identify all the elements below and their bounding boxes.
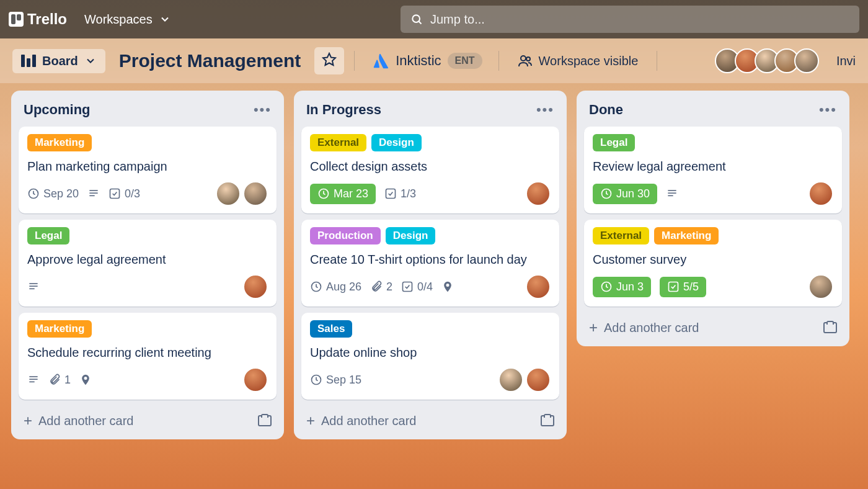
plus-icon: + [24, 412, 32, 429]
list: Done•••LegalReview legal agreementJun 30… [577, 91, 849, 346]
board-title[interactable]: Project Management [115, 50, 304, 71]
template-icon[interactable] [823, 322, 837, 333]
card[interactable]: LegalReview legal agreementJun 30 [584, 127, 842, 213]
card-labels: Marketing [27, 134, 268, 151]
card-label[interactable]: External [310, 134, 366, 151]
card-label[interactable]: Legal [27, 227, 69, 244]
list-header: Upcoming••• [19, 98, 277, 120]
avatar[interactable] [808, 181, 833, 206]
card-title: Schedule recurring client meeting [27, 344, 268, 361]
atlassian-icon [371, 52, 389, 70]
due-date-badge[interactable]: Jun 3 [593, 277, 651, 297]
card[interactable]: SalesUpdate online shopSep 15 [301, 313, 559, 400]
svg-point-0 [412, 15, 420, 22]
clock-icon [310, 280, 322, 293]
avatar[interactable] [526, 181, 551, 206]
avatar[interactable] [216, 181, 241, 206]
list-menu-button[interactable]: ••• [819, 102, 837, 118]
due-date-badge[interactable]: Aug 26 [310, 280, 361, 294]
clock-icon [310, 374, 322, 386]
svg-rect-26 [669, 282, 678, 292]
divider [657, 51, 657, 71]
attachment-badge: 2 [370, 280, 392, 294]
avatar[interactable] [498, 367, 523, 392]
location-badge [79, 374, 92, 386]
due-date-badge[interactable]: Jun 30 [593, 184, 657, 204]
card-label[interactable]: Design [371, 134, 422, 151]
card-members [808, 274, 833, 299]
add-card-button[interactable]: +Add another card [19, 406, 277, 432]
list-title[interactable]: Upcoming [24, 102, 91, 118]
checklist-icon [108, 187, 121, 200]
add-card-button[interactable]: +Add another card [301, 406, 559, 432]
card-title: Update online shop [310, 344, 551, 361]
list-title[interactable]: Done [589, 102, 623, 118]
avatar[interactable] [243, 181, 268, 206]
avatar[interactable] [243, 367, 268, 392]
board-view-icon [21, 55, 36, 67]
search-input[interactable]: Jump to... [401, 6, 859, 33]
list-header: In Progress••• [301, 98, 559, 120]
due-date-badge[interactable]: Sep 20 [27, 187, 79, 200]
card-label[interactable]: Marketing [27, 134, 92, 151]
card[interactable]: ProductionDesignCreate 10 T-shirt option… [301, 220, 559, 307]
avatar[interactable] [794, 48, 819, 73]
template-icon[interactable] [541, 415, 554, 426]
member-avatars[interactable] [720, 48, 819, 73]
invite-button[interactable]: Invi [829, 54, 856, 68]
due-date-badge[interactable]: Mar 23 [310, 184, 376, 204]
card-members [243, 367, 268, 392]
card-members [808, 181, 833, 206]
checklist-badge: 1/3 [384, 187, 416, 200]
list-title[interactable]: In Progress [306, 102, 381, 118]
description-badge [87, 187, 100, 200]
visibility-button[interactable]: Workspace visible [509, 48, 647, 73]
top-nav: Trello Workspaces Jump to... [0, 0, 868, 38]
clock-icon [600, 187, 613, 200]
card-labels: ExternalMarketing [593, 227, 833, 244]
card[interactable]: MarketingPlan marketing campaignSep 200/… [19, 127, 277, 213]
search-placeholder: Jump to... [430, 12, 485, 27]
svg-rect-19 [403, 282, 412, 292]
card-label[interactable]: Production [310, 227, 381, 244]
card-members [243, 274, 268, 299]
star-button[interactable] [314, 47, 344, 74]
add-card-button[interactable]: +Add another card [584, 313, 842, 339]
workspaces-dropdown[interactable]: Workspaces [78, 9, 177, 30]
card[interactable]: ExternalMarketingCustomer surveyJun 35/5 [584, 220, 842, 307]
people-icon [518, 53, 533, 68]
trello-logo[interactable]: Trello [9, 11, 67, 28]
card-label[interactable]: Marketing [27, 320, 92, 338]
list-menu-button[interactable]: ••• [254, 102, 272, 118]
card[interactable]: ExternalDesignCollect design assetsMar 2… [301, 127, 559, 213]
description-icon [27, 374, 40, 386]
svg-point-3 [521, 56, 526, 61]
card-label[interactable]: Sales [310, 320, 352, 338]
card-labels: ExternalDesign [310, 134, 551, 151]
list-menu-button[interactable]: ••• [536, 102, 554, 118]
card-members [526, 274, 551, 299]
card-label[interactable]: Design [386, 227, 436, 244]
card-badges: 1 [27, 367, 268, 392]
avatar[interactable] [808, 274, 833, 299]
card-title: Create 10 T-shirt options for launch day [310, 251, 551, 268]
card-label[interactable]: External [593, 227, 649, 244]
org-badge: ENT [448, 53, 482, 69]
board-view-button[interactable]: Board [12, 49, 105, 73]
avatar[interactable] [526, 367, 551, 392]
due-date-badge[interactable]: Sep 15 [310, 374, 361, 387]
card-badges: Jun 30 [593, 181, 833, 206]
template-icon[interactable] [258, 415, 272, 426]
card-label[interactable]: Marketing [654, 227, 719, 244]
card[interactable]: LegalApprove legal agreement [19, 220, 277, 307]
card[interactable]: MarketingSchedule recurring client meeti… [19, 313, 277, 400]
chevron-down-icon [84, 55, 97, 67]
clock-icon [600, 280, 613, 293]
avatar[interactable] [526, 274, 551, 299]
board-canvas: Upcoming•••MarketingPlan marketing campa… [0, 83, 868, 447]
org-button[interactable]: Inktistic ENT [365, 48, 488, 74]
card-label[interactable]: Legal [593, 134, 635, 151]
star-icon [322, 52, 337, 67]
card-badges [27, 274, 268, 299]
avatar[interactable] [243, 274, 268, 299]
